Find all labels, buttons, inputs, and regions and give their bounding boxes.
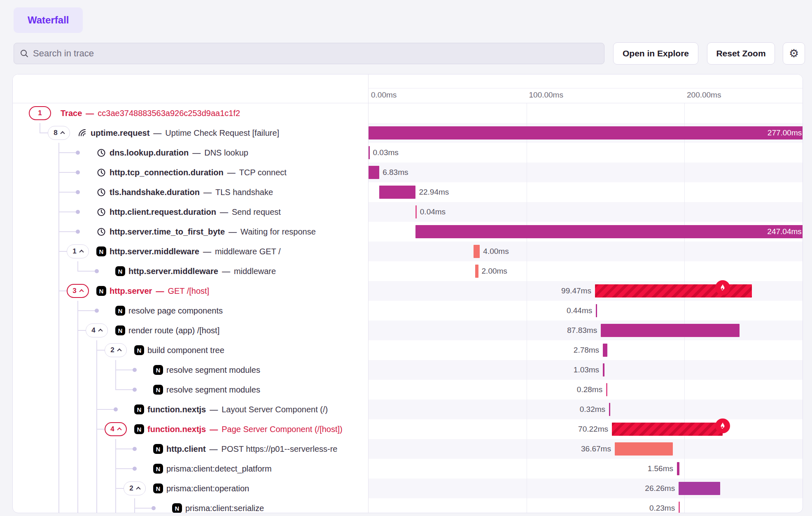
waterfall-row[interactable]: 70.22ms	[369, 419, 803, 439]
nextjs-icon: N	[153, 365, 163, 375]
search-input[interactable]	[33, 48, 598, 59]
waterfall-row[interactable]: 0.03ms	[369, 143, 803, 163]
span-count-pill[interactable]: 4	[105, 422, 127, 436]
span-label: function.nextjs—Page Server Component (/…	[147, 419, 343, 439]
waterfall-row[interactable]: 0.44ms	[369, 301, 803, 321]
span-bar[interactable]	[603, 363, 604, 377]
span-count-pill[interactable]: 2	[105, 343, 127, 357]
span-count: 3	[72, 287, 76, 295]
span-bar[interactable]	[679, 502, 680, 513]
span-bar[interactable]	[379, 186, 415, 199]
waterfall-row[interactable]: 99.47ms	[369, 281, 803, 301]
span-bar[interactable]	[679, 482, 720, 495]
waterfall-row[interactable]: 1.03ms	[369, 360, 803, 380]
settings-button[interactable]: ⚙	[783, 42, 805, 65]
span-bar[interactable]: 247.04ms	[415, 225, 803, 238]
span-bar[interactable]	[677, 462, 679, 475]
nextjs-icon: N	[153, 464, 163, 474]
chevron-up-icon	[79, 250, 84, 254]
waterfall-row[interactable]: 4.00ms	[369, 242, 803, 261]
span-tree-row[interactable]: 8uptime.request—Uptime Check Request [fa…	[13, 123, 368, 143]
span-count-pill[interactable]: 2	[124, 481, 146, 495]
span-tree-row[interactable]: Nfunction.nextjs—Layout Server Component…	[13, 400, 368, 419]
waterfall-row[interactable]: 6.83ms	[369, 163, 803, 182]
span-bar[interactable]	[609, 403, 610, 416]
span-tree-row[interactable]: http.tcp_connection.duration—TCP connect	[13, 163, 368, 182]
tree-connector	[59, 212, 76, 212]
span-count-pill[interactable]: 4	[86, 323, 108, 337]
duration-label: 2.78ms	[574, 340, 599, 360]
span-tree-row[interactable]: tls.handshake.duration—TLS handshake	[13, 182, 368, 202]
span-count-pill[interactable]: 1	[29, 106, 51, 120]
span-tree-row[interactable]: Nhttp.client—POST https://p01--serverles…	[13, 439, 368, 459]
span-tree-row[interactable]: Nhttp.server.middleware—middleware	[13, 261, 368, 281]
span-tree-row[interactable]: 4Nfunction.nextjs—Page Server Component …	[13, 419, 368, 439]
span-bar[interactable]	[474, 245, 480, 258]
span-tree-row[interactable]: Nresolve segment modules	[13, 360, 368, 380]
span-count-pill[interactable]: 1	[67, 244, 89, 258]
span-label: render route (app) /[host]	[128, 321, 219, 340]
span-dot-marker	[76, 210, 80, 214]
waterfall-row[interactable]: 247.04ms	[369, 222, 803, 242]
tree-connector	[78, 330, 86, 331]
span-bar[interactable]	[369, 166, 379, 179]
open-in-explore-button[interactable]: Open in Explore	[613, 42, 698, 65]
duration-label: 36.67ms	[581, 439, 611, 459]
waterfall-row[interactable]: 22.94ms	[369, 182, 803, 202]
span-tree-row[interactable]: Nprisma:client:serialize	[13, 498, 368, 513]
span-bar[interactable]	[475, 265, 478, 278]
span-tree-row[interactable]: http.client.request.duration—Send reques…	[13, 202, 368, 222]
span-count-pill[interactable]: 8	[48, 126, 70, 140]
waterfall-row[interactable]: 2.78ms	[369, 340, 803, 360]
waterfall-row[interactable]: 0.28ms	[369, 380, 803, 400]
span-tree-row[interactable]: 3Nhttp.server—GET /[host]	[13, 281, 368, 301]
span-label: Trace—cc3ae3748883563a926c253d9aa1c1f2	[61, 103, 240, 123]
span-bar[interactable]	[601, 324, 740, 337]
waterfall-row[interactable]: 0.32ms	[369, 400, 803, 419]
span-tree-row[interactable]: Nprisma:client:detect_platform	[13, 459, 368, 479]
span-op: http.client	[166, 444, 206, 454]
waterfall-row[interactable]: 0.23ms	[369, 498, 803, 513]
span-bar[interactable]: 277.00ms	[369, 126, 803, 139]
span-bar-error[interactable]	[612, 423, 723, 436]
axis-tick-label: 0.00ms	[371, 91, 397, 100]
span-tree-row[interactable]: 1Trace—cc3ae3748883563a926c253d9aa1c1f2	[13, 103, 368, 123]
clock-icon	[96, 207, 106, 217]
waterfall-row[interactable]: 36.67ms	[369, 439, 803, 459]
tree-guide-line	[58, 360, 59, 380]
span-op: http.tcp_connection.duration	[110, 168, 224, 177]
span-bar[interactable]	[606, 383, 607, 396]
span-tree-row[interactable]: 2Nbuild component tree	[13, 340, 368, 360]
span-tree-row[interactable]: Nresolve segment modules	[13, 380, 368, 400]
waterfall-row[interactable]: 87.83ms	[369, 321, 803, 340]
waterfall-row[interactable]: 1.56ms	[369, 459, 803, 479]
span-count-pill[interactable]: 3	[67, 284, 89, 298]
nextjs-icon: N	[115, 306, 125, 316]
span-bar[interactable]	[603, 344, 607, 357]
tab-waterfall[interactable]: Waterfall	[14, 7, 83, 33]
tree-guide-line	[77, 419, 78, 439]
span-bar[interactable]	[615, 442, 673, 456]
span-label: http.client.request.duration—Send reques…	[110, 202, 281, 222]
span-tree-row[interactable]: http.server.time_to_first_byte—Waiting f…	[13, 222, 368, 242]
span-count: 4	[110, 425, 114, 433]
span-label: tls.handshake.duration—TLS handshake	[110, 182, 273, 202]
waterfall-row[interactable]: 26.26ms	[369, 479, 803, 498]
tree-guide-line	[77, 340, 78, 360]
waterfall-row[interactable]: 0.04ms	[369, 202, 803, 222]
span-bar[interactable]	[369, 146, 370, 159]
search-box[interactable]	[14, 43, 604, 64]
span-label: resolve segment modules	[166, 380, 260, 400]
span-tree-row[interactable]: Nresolve page components	[13, 301, 368, 321]
span-tree-row[interactable]: 4Nrender route (app) /[host]	[13, 321, 368, 340]
span-bar[interactable]	[415, 205, 417, 218]
reset-zoom-button[interactable]: Reset Zoom	[707, 42, 775, 65]
waterfall-row[interactable]	[369, 103, 803, 123]
span-description: middleware	[234, 267, 276, 276]
waterfall-row[interactable]: 2.00ms	[369, 261, 803, 281]
span-bar[interactable]	[596, 304, 597, 317]
span-tree-row[interactable]: 2Nprisma:client:operation	[13, 479, 368, 498]
span-tree-row[interactable]: dns.lookup.duration—DNS lookup	[13, 143, 368, 163]
span-tree-row[interactable]: 1Nhttp.server.middleware—middleware GET …	[13, 242, 368, 261]
waterfall-row[interactable]: 277.00ms	[369, 123, 803, 143]
